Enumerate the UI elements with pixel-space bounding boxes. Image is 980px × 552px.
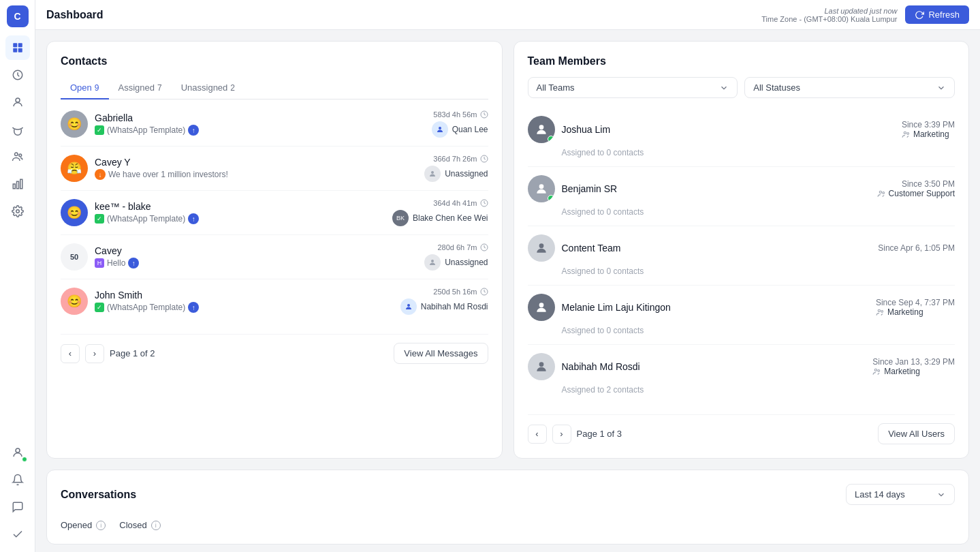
contact-info: kee™ - blake ✓ (WhatsApp Template) ↑ bbox=[95, 201, 385, 224]
next-page-button[interactable]: › bbox=[552, 425, 571, 444]
clock-icon bbox=[480, 155, 488, 163]
refresh-button[interactable]: Refresh bbox=[905, 5, 969, 24]
sidebar-item-campaigns[interactable] bbox=[5, 117, 30, 142]
svg-rect-0 bbox=[13, 43, 17, 47]
svg-rect-8 bbox=[13, 184, 15, 189]
svg-point-22 bbox=[539, 125, 543, 129]
sidebar-item-agent[interactable] bbox=[5, 440, 30, 465]
topbar: Dashboard Last updated just now Time Zon… bbox=[35, 0, 980, 30]
tag-icon-green: ✓ bbox=[95, 125, 104, 135]
svg-point-29 bbox=[539, 303, 543, 307]
svg-point-31 bbox=[881, 310, 883, 312]
sidebar-item-dashboard[interactable] bbox=[5, 35, 30, 60]
up-arrow-icon: ↑ bbox=[188, 125, 199, 136]
list-item[interactable]: Content Team Since Apr 6, 1:05 PM Assign… bbox=[528, 226, 955, 286]
list-item[interactable]: Joshua Lim Since 3:39 PM Marketing Assig… bbox=[528, 108, 955, 167]
list-item[interactable]: 😊 Gabriella ✓ (WhatsApp Template) ↑ 5 bbox=[61, 102, 488, 147]
conversations-filter[interactable]: Last 14 days bbox=[846, 484, 955, 505]
svg-point-12 bbox=[16, 448, 20, 453]
clock-icon bbox=[480, 110, 488, 119]
prev-page-button[interactable]: ‹ bbox=[528, 425, 547, 444]
topbar-right: Last updated just now Time Zone - (GMT+0… bbox=[761, 5, 969, 24]
tab-assigned[interactable]: Assigned 7 bbox=[109, 77, 172, 99]
sidebar-item-notifications[interactable] bbox=[5, 467, 30, 492]
chevron-down-icon bbox=[719, 83, 729, 93]
sidebar: C bbox=[0, 0, 35, 552]
team-dept-icon bbox=[876, 308, 885, 317]
contact-info: Cavey Y ↓ We have over 1 million investo… bbox=[95, 157, 417, 180]
sidebar-item-reports[interactable] bbox=[5, 63, 30, 87]
list-item[interactable]: Nabihah Md Rosdi Since Jan 13, 3:29 PM M… bbox=[528, 345, 955, 403]
list-item[interactable]: 😊 kee™ - blake ✓ (WhatsApp Template) ↑ bbox=[61, 191, 488, 235]
svg-point-32 bbox=[539, 362, 543, 367]
list-item[interactable]: 😤 Cavey Y ↓ We have over 1 million inves… bbox=[61, 147, 488, 191]
sidebar-item-contacts[interactable] bbox=[5, 90, 30, 114]
list-item[interactable]: 😊 John Smith ✓ (WhatsApp Template) ↑ bbox=[61, 279, 488, 323]
page-nav: ‹ › Page 1 of 2 bbox=[61, 344, 155, 363]
svg-point-5 bbox=[16, 98, 20, 102]
team-filters: All Teams All Statuses bbox=[528, 77, 955, 98]
info-icon: i bbox=[151, 521, 161, 530]
svg-rect-3 bbox=[18, 48, 22, 52]
contact-meta: 250d 5h 16m Nabihah Md Rosdi bbox=[400, 288, 488, 315]
refresh-icon bbox=[915, 10, 924, 20]
svg-rect-1 bbox=[18, 43, 22, 47]
svg-point-25 bbox=[539, 184, 543, 189]
svg-point-11 bbox=[16, 210, 19, 213]
svg-point-34 bbox=[878, 369, 880, 371]
list-item[interactable]: Melanie Lim Laju Kitingon Since Sep 4, 7… bbox=[528, 286, 955, 345]
tab-unassigned[interactable]: Unassigned 2 bbox=[172, 77, 244, 99]
user-icon bbox=[405, 303, 413, 311]
team-dept-icon bbox=[877, 189, 886, 198]
contact-meta: 280d 6h 7m Unassigned bbox=[424, 243, 488, 271]
list-item[interactable]: 50 Cavey H Hello ↑ 280d 6h 7m bbox=[61, 235, 488, 279]
all-teams-filter[interactable]: All Teams bbox=[528, 77, 738, 98]
conversations-card: Conversations Last 14 days Opened i Clos… bbox=[46, 470, 969, 545]
assigned-avatar: BK bbox=[392, 210, 409, 226]
contact-list: 😊 Gabriella ✓ (WhatsApp Template) ↑ 5 bbox=[61, 102, 488, 323]
chevron-down-icon bbox=[936, 83, 946, 93]
topbar-time: Last updated just now Time Zone - (GMT+0… bbox=[761, 7, 897, 23]
view-all-messages-button[interactable]: View All Messages bbox=[394, 343, 488, 364]
avatar bbox=[528, 116, 555, 143]
sidebar-item-teams[interactable] bbox=[5, 144, 30, 169]
all-statuses-filter[interactable]: All Statuses bbox=[744, 77, 955, 98]
user-icon bbox=[535, 123, 548, 136]
svg-point-6 bbox=[14, 153, 18, 156]
svg-point-14 bbox=[439, 127, 441, 129]
tag-icon-purple: H bbox=[95, 258, 104, 268]
page-title: Dashboard bbox=[46, 9, 104, 21]
up-arrow-icon: ↑ bbox=[128, 258, 139, 269]
sidebar-item-chat[interactable] bbox=[5, 495, 30, 519]
sidebar-item-settings[interactable] bbox=[5, 199, 30, 224]
sidebar-logo: C bbox=[7, 5, 29, 27]
prev-page-button[interactable]: ‹ bbox=[61, 344, 80, 363]
svg-point-24 bbox=[907, 132, 909, 134]
page-indicator: Page 1 of 3 bbox=[577, 429, 622, 439]
tag-icon-green: ✓ bbox=[95, 303, 104, 312]
tab-open[interactable]: Open 9 bbox=[61, 77, 109, 99]
last-updated-text: Last updated just now bbox=[761, 7, 897, 15]
list-item[interactable]: Benjamin SR Since 3:50 PM Customer Suppo… bbox=[528, 167, 955, 226]
user-icon bbox=[428, 258, 437, 266]
team-dept-icon bbox=[902, 130, 911, 139]
svg-point-7 bbox=[18, 154, 21, 157]
contacts-title: Contacts bbox=[61, 55, 488, 67]
contact-meta: 583d 4h 56m Quan Lee bbox=[432, 110, 488, 138]
svg-point-33 bbox=[875, 369, 877, 371]
user-icon bbox=[535, 360, 548, 373]
view-all-users-button[interactable]: View All Users bbox=[878, 423, 955, 444]
svg-rect-2 bbox=[13, 48, 17, 52]
content-area: Contacts Open 9 Assigned 7 Unassigned 2 bbox=[35, 30, 980, 552]
online-indicator bbox=[548, 136, 554, 142]
assigned-avatar bbox=[432, 121, 448, 138]
avatar: 50 bbox=[61, 243, 88, 271]
svg-point-23 bbox=[904, 132, 906, 134]
next-page-button[interactable]: › bbox=[85, 344, 104, 363]
svg-point-27 bbox=[882, 191, 884, 194]
team-list: Joshua Lim Since 3:39 PM Marketing Assig… bbox=[528, 108, 955, 403]
contacts-tabs: Open 9 Assigned 7 Unassigned 2 bbox=[61, 77, 488, 99]
sidebar-item-check[interactable] bbox=[5, 522, 30, 547]
sidebar-item-analytics[interactable] bbox=[5, 172, 30, 196]
conversations-labels: Opened i Closed i bbox=[61, 515, 955, 530]
